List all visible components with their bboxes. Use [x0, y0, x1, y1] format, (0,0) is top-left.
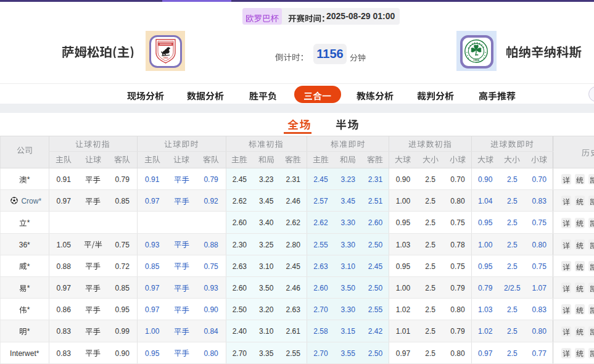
svg-text:1965: 1965 [163, 57, 168, 59]
svg-text:1908: 1908 [473, 59, 479, 62]
